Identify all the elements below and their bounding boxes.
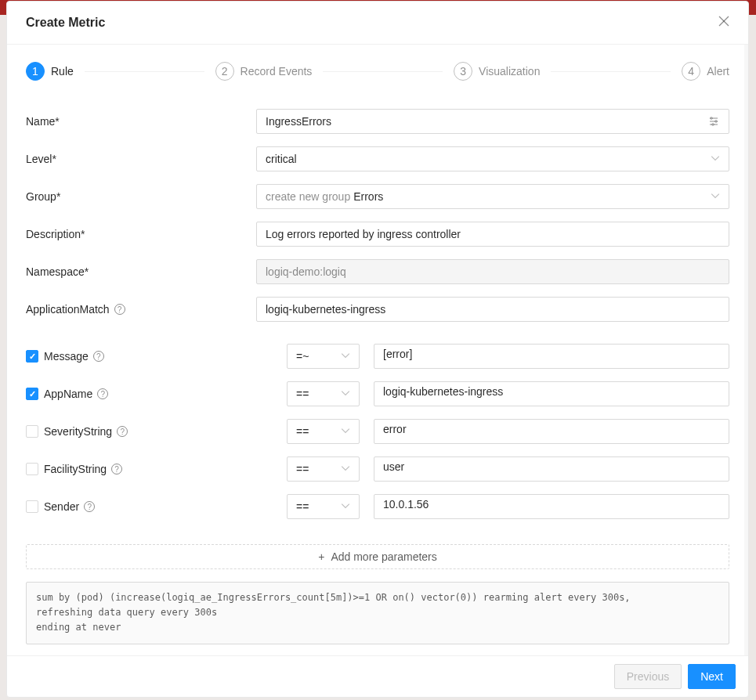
operator-value: == [296, 425, 309, 438]
appmatch-label: ApplicationMatch [26, 303, 110, 316]
criterion-checkbox[interactable] [26, 500, 38, 513]
svg-point-7 [712, 124, 714, 125]
criterion-value-input[interactable]: [error] [374, 344, 729, 369]
add-more-parameters-button[interactable]: + Add more parameters [26, 544, 729, 569]
criterion-checkbox[interactable] [26, 425, 38, 438]
step-label: Alert [707, 65, 729, 78]
step-rule[interactable]: 1 Rule [26, 62, 74, 81]
criterion-value-input[interactable]: 10.0.1.56 [374, 494, 729, 519]
help-icon[interactable]: ? [93, 351, 104, 362]
step-number: 4 [682, 62, 700, 81]
previous-button: Previous [614, 664, 682, 689]
step-alert[interactable]: 4 Alert [682, 62, 729, 81]
step-label: Rule [51, 65, 74, 78]
description-label: Description* [26, 228, 256, 240]
criterion-sender: Sender ? == 10.0.1.56 [26, 494, 729, 519]
criterion-checkbox[interactable] [26, 388, 38, 400]
namespace-input: logiq-demo:logiq [256, 259, 729, 284]
operator-select[interactable]: == [287, 381, 360, 406]
group-value: Errors [353, 190, 383, 203]
appmatch-input[interactable]: logiq-kubernetes-ingress [256, 297, 729, 322]
criterion-label: Message [44, 350, 89, 363]
svg-point-6 [715, 121, 717, 122]
step-number: 1 [26, 62, 45, 81]
modal-header: Create Metric [7, 2, 748, 45]
criterion-label: AppName [44, 388, 92, 400]
operator-select[interactable]: == [287, 456, 360, 482]
criterion-checkbox[interactable] [26, 463, 38, 475]
criterion-label: FacilityString [44, 463, 107, 475]
plus-icon: + [318, 550, 324, 563]
step-visualization[interactable]: 3 Visualization [454, 62, 540, 81]
description-value: Log errors reported by ingress controlle… [266, 228, 461, 240]
level-label: Level* [26, 153, 256, 165]
modal-title: Create Metric [26, 16, 105, 30]
group-prefix: create new group [266, 190, 350, 203]
group-select[interactable]: create new group Errors [256, 184, 729, 209]
level-value: critical [266, 153, 297, 165]
step-number: 3 [454, 62, 472, 81]
name-value: IngressErrors [266, 115, 331, 128]
help-icon[interactable]: ? [117, 426, 128, 437]
description-input[interactable]: Log errors reported by ingress controlle… [256, 222, 729, 247]
appmatch-value: logiq-kubernetes-ingress [266, 303, 385, 316]
criterion-appname: AppName ? == logiq-kubernetes-ingress [26, 381, 729, 406]
criterion-label: SeverityString [44, 425, 112, 438]
operator-select[interactable]: =~ [287, 344, 360, 369]
operator-value: == [296, 388, 309, 400]
criterion-facilitystring: FacilityString ? == user [26, 456, 729, 482]
name-label: Name* [26, 115, 256, 128]
help-icon[interactable]: ? [97, 388, 108, 399]
criterion-value-input[interactable]: logiq-kubernetes-ingress [374, 381, 729, 406]
operator-select[interactable]: == [287, 419, 360, 444]
criterion-label: Sender [44, 500, 79, 513]
namespace-label: Namespace* [26, 265, 256, 278]
help-icon[interactable]: ? [111, 464, 122, 474]
chevron-down-icon [341, 388, 350, 400]
step-record-events[interactable]: 2 Record Events [215, 62, 313, 81]
chevron-down-icon [341, 350, 350, 363]
operator-value: == [296, 463, 309, 475]
chevron-down-icon [711, 190, 720, 203]
close-icon[interactable] [718, 16, 729, 30]
criterion-message: Message ? =~ [error] [26, 344, 729, 369]
chevron-down-icon [341, 463, 350, 475]
group-label: Group* [26, 190, 256, 203]
operator-value: =~ [296, 350, 309, 363]
step-number: 2 [215, 62, 234, 81]
modal-footer: Previous Next [7, 655, 748, 697]
svg-point-5 [711, 117, 712, 119]
criterion-checkbox[interactable] [26, 350, 38, 363]
step-label: Visualization [479, 65, 540, 78]
step-label: Record Events [241, 65, 313, 78]
operator-value: == [296, 500, 309, 513]
criterion-value-input[interactable]: user [374, 456, 729, 482]
name-input[interactable]: IngressErrors [256, 109, 729, 134]
help-icon[interactable]: ? [84, 501, 95, 512]
chevron-down-icon [341, 425, 350, 438]
criterion-value-input[interactable]: error [374, 419, 729, 444]
create-metric-modal: Create Metric 1 Rule 2 Record Events 3 V… [6, 1, 749, 698]
add-more-label: Add more parameters [331, 550, 436, 563]
stepper: 1 Rule 2 Record Events 3 Visualization 4… [26, 62, 729, 81]
next-button[interactable]: Next [688, 664, 736, 689]
chevron-down-icon [341, 500, 350, 513]
help-icon[interactable]: ? [114, 304, 125, 315]
query-preview: sum by (pod) (increase(logiq_ae_IngressE… [26, 582, 729, 644]
level-select[interactable]: critical [256, 146, 729, 171]
criterion-severitystring: SeverityString ? == error [26, 419, 729, 444]
namespace-value: logiq-demo:logiq [266, 265, 346, 278]
operator-select[interactable]: == [287, 494, 360, 519]
chevron-down-icon [711, 153, 720, 165]
tune-icon[interactable] [707, 115, 720, 128]
